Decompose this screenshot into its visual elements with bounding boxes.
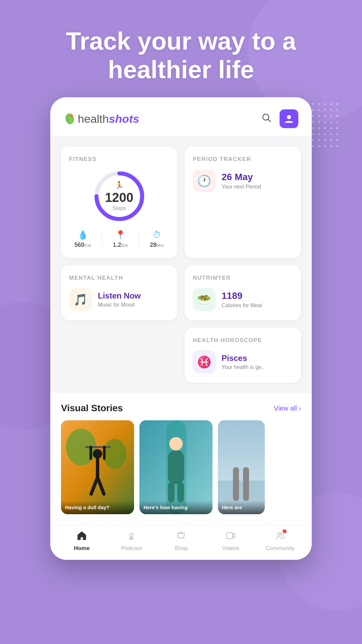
mental-item: 🎵 Listen Now Music for Mood (69, 288, 169, 311)
nutrimter-item: 🥗 1189 Calories for Meal (193, 288, 293, 311)
story-caption-1: Having a dull day? (61, 500, 134, 514)
km-value: 1.2Km (113, 241, 128, 249)
steps-circle-container: 🏃 1200 Steps (69, 169, 169, 223)
listen-desc: Music for Mood (98, 302, 141, 308)
horoscope-icon-box: ♓ (193, 351, 216, 373)
story-card-2[interactable]: Here's how having (139, 420, 213, 514)
nutri-info: 1189 Calories for Meal (222, 290, 262, 309)
nav-community[interactable]: Community (263, 531, 297, 552)
svg-rect-93 (227, 533, 233, 539)
logo-leaf-icon (64, 113, 76, 125)
period-tracker-item: 🕐 26 May Your next Period (193, 169, 293, 192)
stories-scroll: Having a dull day? (50, 420, 312, 525)
community-badge (282, 529, 287, 534)
fitness-label: FITNESS (69, 156, 169, 163)
stories-header: Visual Stories View all › (50, 403, 312, 420)
nutri-calories: 1189 (222, 290, 262, 301)
fitness-card: FITNESS 🏃 1200 Steps (61, 147, 177, 258)
phone-mockup: healthshots FITNESS (50, 97, 312, 560)
nutri-desc: Calories for Meal (222, 303, 262, 309)
svg-point-91 (130, 533, 133, 536)
stat-divider-2 (139, 232, 139, 246)
story-image-3 (218, 420, 265, 514)
cal-icon: 💧 (74, 230, 91, 240)
period-label: PERIOD TRACKER (193, 156, 293, 163)
nav-home-label: Home (74, 545, 89, 552)
nav-home[interactable]: Home (65, 531, 99, 552)
videos-icon (226, 531, 236, 543)
nav-videos[interactable]: Videos (214, 531, 247, 552)
nav-videos-label: Videos (222, 545, 239, 552)
story-image-1 (61, 420, 134, 514)
cal-stat: 💧 560Cal (74, 230, 91, 249)
mental-health-card: MENTAL HEALTH 🎵 Listen Now Music for Moo… (61, 265, 177, 320)
stories-section: Visual Stories View all › (50, 393, 312, 525)
runner-icon: 🏃 (105, 181, 133, 190)
cards-grid: FITNESS 🏃 1200 Steps (61, 147, 301, 383)
period-info: 26 May Your next Period (222, 172, 261, 190)
story-caption-3: Here are (218, 500, 265, 514)
steps-circle-inner: 🏃 1200 Steps (105, 181, 133, 211)
svg-line-67 (268, 119, 270, 122)
svg-point-94 (278, 533, 280, 535)
nav-shop[interactable]: Shop (164, 531, 198, 552)
cal-value: 560Cal (74, 241, 91, 249)
min-icon: ⏱ (150, 230, 164, 240)
story-card-3[interactable]: Here are (218, 420, 265, 514)
mental-label: MENTAL HEALTH (69, 275, 169, 281)
svg-point-83 (169, 437, 183, 450)
nav-podcast-label: Podcast (121, 545, 141, 552)
horoscope-item: ♓ Pisces Your health is ge.. (193, 351, 293, 373)
fitness-stats: 💧 560Cal 📍 1.2Km ⏱ (69, 230, 169, 249)
nav-community-label: Community (266, 545, 295, 552)
health-horoscope-card: HEALTH HOROSCOPE ♓ Pisces Your health is… (185, 328, 301, 383)
shop-icon (176, 531, 186, 543)
period-tracker-card: PERIOD TRACKER 🕐 26 May Your next Period (185, 147, 301, 258)
period-icon-box: 🕐 (193, 169, 216, 192)
svg-point-65 (70, 114, 73, 117)
story-card-1[interactable]: Having a dull day? (61, 420, 134, 514)
story-caption-2: Here's how having (139, 500, 213, 514)
nav-shop-label: Shop (174, 545, 188, 552)
svg-rect-92 (131, 536, 132, 539)
header-icons (261, 109, 298, 128)
svg-rect-85 (168, 482, 175, 502)
view-all-button[interactable]: View all › (274, 405, 301, 412)
logo-area: healthshots (64, 112, 139, 125)
horoscope-info: Pisces Your health is ge.. (222, 354, 264, 370)
pisces-icon: ♓ (197, 355, 211, 369)
home-icon (77, 531, 87, 543)
nutrimter-card: NUTRIMTER 🥗 1189 Calories for Meal (185, 265, 301, 320)
stories-title: Visual Stories (61, 403, 123, 414)
food-icon: 🥗 (197, 293, 211, 306)
km-icon: 📍 (113, 230, 128, 240)
km-stat: 📍 1.2Km (113, 230, 128, 249)
svg-rect-86 (177, 482, 184, 502)
search-icon[interactable] (261, 113, 272, 125)
story-image-2 (139, 420, 213, 514)
community-badge-wrapper (275, 531, 285, 543)
podcast-icon (126, 531, 136, 543)
steps-circle: 🏃 1200 Steps (93, 169, 146, 223)
logo-text: healthshots (78, 112, 139, 125)
stat-divider-1 (102, 232, 102, 246)
profile-icon[interactable] (280, 109, 298, 128)
horoscope-label: HEALTH HOROSCOPE (193, 337, 293, 344)
app-header: healthshots (50, 97, 312, 137)
svg-point-64 (64, 113, 75, 125)
mental-icon-box: 🎵 (69, 288, 92, 311)
nav-podcast[interactable]: Podcast (115, 531, 148, 552)
horoscope-title: Pisces (222, 354, 264, 363)
min-value: 28Min (150, 241, 164, 249)
dashboard-content: FITNESS 🏃 1200 Steps (50, 137, 312, 393)
mental-info: Listen Now Music for Mood (98, 291, 141, 308)
svg-rect-84 (168, 450, 184, 484)
steps-label: Steps (105, 205, 133, 211)
svg-point-68 (287, 115, 291, 119)
music-icon: 🎵 (73, 293, 87, 306)
bottom-nav: Home Podcast Shop (50, 525, 312, 560)
listen-title: Listen Now (98, 291, 141, 301)
min-stat: ⏱ 28Min (150, 230, 164, 249)
nutrimter-label: NUTRIMTER (193, 275, 293, 281)
period-desc: Your next Period (222, 184, 261, 190)
